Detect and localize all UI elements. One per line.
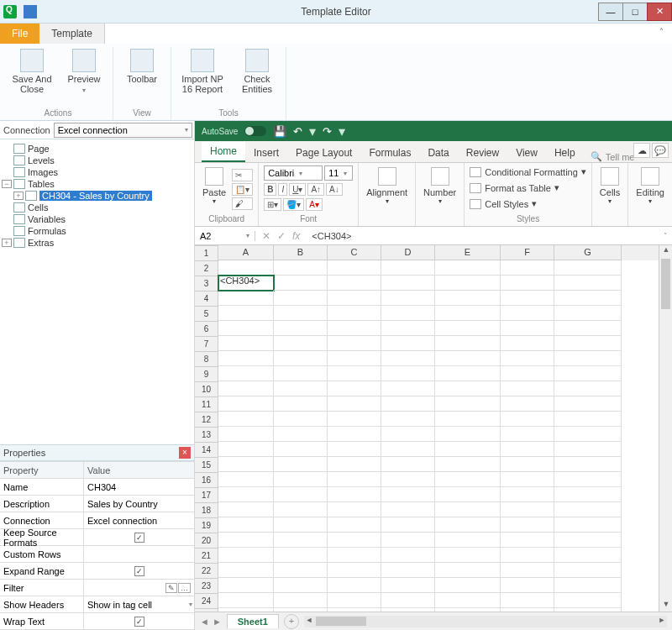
cell[interactable] [435,472,501,487]
cell[interactable] [328,457,381,472]
horizontal-scrollbar[interactable]: ◄ ► [304,616,667,627]
number-button[interactable]: Number▾ [421,165,459,213]
cell[interactable] [435,321,501,336]
font-name-select[interactable]: Calibri▾ [264,165,323,181]
row-header[interactable]: 16 [195,473,218,488]
scroll-up-icon[interactable]: ▲ [659,245,672,257]
row-header[interactable]: 6 [195,322,218,337]
cell[interactable] [381,533,435,548]
cell[interactable] [328,533,381,548]
cell[interactable] [381,351,435,366]
col-header[interactable]: C [328,245,381,260]
connection-select[interactable]: Excel connection▾ [54,123,192,138]
cell[interactable] [274,502,328,517]
checkbox-checked-icon[interactable]: ✓ [134,533,144,543]
fill-color-button[interactable]: 🪣▾ [283,198,304,211]
cell[interactable] [554,336,622,351]
cell[interactable] [501,472,554,487]
cell[interactable] [554,593,622,608]
cell[interactable] [328,336,381,351]
name-box[interactable]: A2▾ [195,231,255,241]
cell[interactable] [435,336,501,351]
cell[interactable] [381,381,435,396]
alignment-button[interactable]: Alignment▾ [364,165,410,213]
cell[interactable] [435,548,501,563]
properties-close-button[interactable]: × [179,447,191,459]
cell[interactable] [274,427,328,442]
collapse-ribbon-icon[interactable]: ˄ [659,27,664,36]
row-header[interactable]: 22 [195,564,218,579]
cell[interactable] [381,306,435,321]
cell[interactable] [381,427,435,442]
cell[interactable] [501,517,554,533]
cell[interactable] [328,306,381,321]
cell[interactable] [328,608,381,612]
cell[interactable] [218,351,274,366]
cell[interactable] [501,533,554,548]
scroll-down-icon[interactable]: ▼ [659,600,672,612]
conditional-formatting-button[interactable]: Conditional Formatting▾ [470,165,586,178]
cell[interactable] [554,457,622,472]
cell[interactable] [435,396,501,412]
tree-node-variables[interactable]: Variables [2,213,192,225]
cell[interactable] [381,578,435,593]
filter-edit-icon[interactable]: ✎ [165,583,177,593]
tree-node-levels[interactable]: Levels [2,155,192,166]
cell[interactable] [554,306,622,321]
chevron-down-icon[interactable]: ▾ [189,601,192,608]
cell[interactable] [274,412,328,427]
check-entities-button[interactable]: Check Entities [234,47,281,107]
cell[interactable] [328,291,381,306]
cell[interactable] [554,291,622,306]
tab-template[interactable]: Template [39,24,105,44]
scroll-right-icon[interactable]: ► [657,616,667,624]
underline-button[interactable]: U▾ [289,183,306,196]
cell[interactable] [435,381,501,396]
expand-formula-icon[interactable]: ˅ [659,232,672,240]
cell[interactable] [501,351,554,366]
cell[interactable] [435,487,501,502]
cell[interactable] [501,260,554,276]
cancel-formula-icon[interactable]: ✕ [262,230,270,242]
cell[interactable] [328,593,381,608]
autosave-toggle[interactable] [244,126,266,136]
cell[interactable] [435,578,501,593]
tab-page-layout[interactable]: Page Layout [287,144,360,162]
cell[interactable] [381,321,435,336]
toolbar-button[interactable]: Toolbar [118,47,165,107]
cell[interactable] [328,442,381,457]
cell[interactable] [381,442,435,457]
share-button[interactable]: ☁ [633,143,650,158]
cell[interactable] [328,396,381,412]
cell[interactable] [435,427,501,442]
row-headers[interactable]: 1234567891011121314151617181920212223242… [195,246,218,612]
row-header[interactable]: 24 [195,594,218,609]
cell-styles-button[interactable]: Cell Styles▾ [470,197,586,210]
cell[interactable] [381,412,435,427]
cell[interactable] [274,563,328,578]
enter-formula-icon[interactable]: ✓ [277,230,286,242]
cell[interactable] [501,366,554,381]
cell[interactable] [381,396,435,412]
fx-icon[interactable]: fx [292,230,300,242]
cell[interactable] [501,608,554,612]
quick-save-icon[interactable] [24,5,37,18]
cell[interactable] [328,578,381,593]
cell[interactable] [554,442,622,457]
cells-button[interactable]: Cells▾ [597,165,622,213]
cell[interactable] [435,533,501,548]
row-header[interactable]: 4 [195,291,218,307]
row-header[interactable]: 17 [195,488,218,503]
cell[interactable] [554,412,622,427]
format-painter-button[interactable]: 🖌 [232,197,253,210]
cell[interactable] [435,276,501,291]
collapse-icon[interactable]: − [2,180,12,188]
row-header[interactable]: 12 [195,412,218,428]
paste-button[interactable]: Paste▾ [200,165,228,213]
cell[interactable] [328,472,381,487]
tab-review[interactable]: Review [458,144,507,162]
font-size-select[interactable]: 11▾ [324,165,353,181]
prop-row-keep-source[interactable]: Keep Source Formats ✓ [0,529,194,546]
row-header[interactable]: 11 [195,397,218,412]
cell[interactable] [328,260,381,276]
